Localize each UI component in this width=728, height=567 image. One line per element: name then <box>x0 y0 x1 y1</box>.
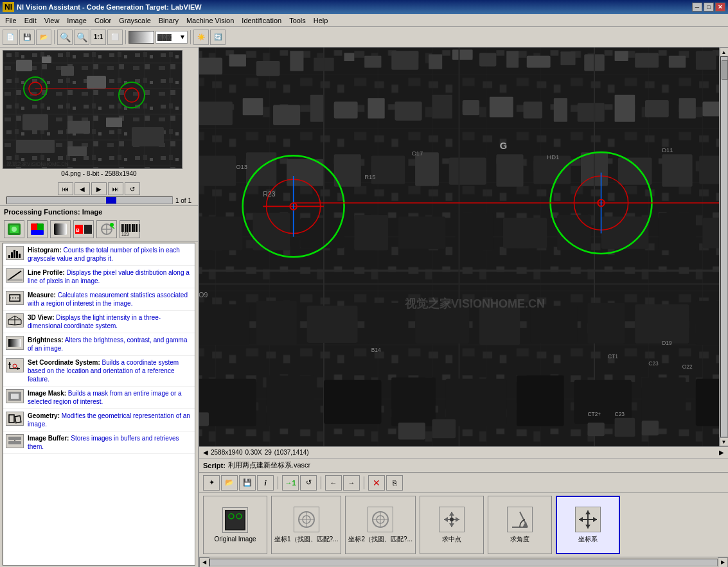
step-icon-midpoint <box>439 507 465 532</box>
hscroll-left-button[interactable]: ◀ <box>199 557 209 568</box>
svg-rect-118 <box>669 56 686 68</box>
toolbar-zoom-fit[interactable]: 1:1 <box>91 30 106 45</box>
toolbar-tool2[interactable]: 🔄 <box>210 30 226 45</box>
func-icon-binary[interactable]: B <box>73 220 94 238</box>
svg-rect-22 <box>132 127 164 146</box>
step-coord-system[interactable]: 坐标系 <box>556 496 620 554</box>
svg-rect-169 <box>368 303 405 344</box>
menu-color[interactable]: Color <box>91 15 115 26</box>
func-icon-grayscale[interactable] <box>50 220 71 238</box>
svg-point-239 <box>450 518 454 521</box>
step-angle[interactable]: 求角度 <box>488 496 552 554</box>
nav-slider[interactable] <box>6 196 173 204</box>
script-btn-delete[interactable]: ✕ <box>368 475 385 491</box>
func-icon-tools[interactable] <box>96 220 117 238</box>
svg-rect-53 <box>138 224 138 232</box>
toolbar-new[interactable]: 📄 <box>3 30 18 45</box>
hscroll-track[interactable] <box>209 559 718 566</box>
script-btn-forward[interactable]: → <box>343 475 360 491</box>
script-btn-refresh[interactable]: ↺ <box>300 475 317 491</box>
nav-first[interactable]: ⏮ <box>58 182 73 195</box>
vscroll-up-button[interactable]: ▲ <box>720 48 729 57</box>
func-histogram[interactable]: Histogram: Counts the total number of pi… <box>3 243 195 266</box>
close-button[interactable]: ✕ <box>715 3 725 12</box>
func-set-coord-text: Set Coordinate System: Builds a coordina… <box>28 358 192 383</box>
image-viewport[interactable]: R23 O13 R15 C17 G HD1 D11 R4 O9 B14 D19 … <box>199 48 719 446</box>
menu-edit[interactable]: Edit <box>21 15 40 26</box>
toolbar-color-dropdown[interactable]: ▓▓▓ ▼ <box>155 31 188 44</box>
toolbar-open-folder[interactable]: 📂 <box>36 30 51 45</box>
func-set-coord-system[interactable]: Set Coordinate System: Builds a coordina… <box>3 356 195 387</box>
vscroll-thumb[interactable] <box>722 60 728 80</box>
menu-identification[interactable]: Identification <box>238 15 285 26</box>
script-btn-save[interactable]: 💾 <box>239 475 256 491</box>
script-btn-new[interactable]: ✦ <box>203 475 220 491</box>
func-image-buffer[interactable]: Image Buffer: Stores images in buffers a… <box>3 432 195 454</box>
toolbar-zoom-in[interactable]: 🔍 <box>74 30 89 45</box>
menu-grayscale[interactable]: Grayscale <box>115 15 155 26</box>
bottom-scroll: ◀ ▶ <box>199 557 728 567</box>
svg-rect-126 <box>395 101 422 120</box>
func-line-profile-text: Line Profile: Displays the pixel value d… <box>28 268 192 285</box>
maximize-button[interactable]: □ <box>704 3 714 12</box>
func-measure[interactable]: Measure: Calculates measurement statisti… <box>3 288 195 311</box>
function-list: Histogram: Counts the total number of pi… <box>3 243 195 566</box>
svg-rect-24 <box>67 146 87 156</box>
svg-text:R15: R15 <box>364 173 375 180</box>
svg-rect-104 <box>290 51 303 71</box>
func-icon-barcode[interactable]: 123 <box>120 220 140 238</box>
toolbar-zoom-select[interactable]: ⬜ <box>107 30 123 45</box>
script-btn-back[interactable]: ← <box>325 475 342 491</box>
script-btn-run-1[interactable]: →1 <box>282 475 299 491</box>
toolbar-save[interactable]: 💾 <box>19 30 35 45</box>
toolbar-zoom-out[interactable]: 🔍 <box>57 30 73 45</box>
step-coord2[interactable]: 坐标2（找圆、匹配?... <box>345 496 415 554</box>
nav-last[interactable]: ⏭ <box>108 182 123 195</box>
right-scrollbar[interactable]: ▲ ▼ <box>719 48 728 446</box>
svg-rect-88 <box>8 441 21 444</box>
vscroll-track[interactable] <box>720 57 728 437</box>
menu-image[interactable]: Image <box>63 15 91 26</box>
status-scroll-left[interactable]: ◀ <box>203 449 208 456</box>
step-icon-original <box>222 507 248 533</box>
menu-binary[interactable]: Binary <box>155 15 182 26</box>
func-brightness[interactable]: Brightness: Alters the brightness, contr… <box>3 333 195 356</box>
svg-rect-49 <box>130 224 131 232</box>
func-line-profile[interactable]: Line Profile: Displays the pixel value d… <box>3 266 195 288</box>
step-coord1[interactable]: 坐标1（找圆、匹配?... <box>271 496 341 554</box>
titlebar-left: NI NI Vision Assistant - Code Generation… <box>3 2 202 12</box>
nav-slider-thumb[interactable] <box>106 197 116 204</box>
nav-prev[interactable]: ◀ <box>75 182 90 195</box>
vscroll-down-button[interactable]: ▼ <box>720 437 729 446</box>
script-btn-open[interactable]: 📂 <box>221 475 238 491</box>
func-icon-image[interactable] <box>4 220 24 238</box>
minimize-button[interactable]: ─ <box>692 3 702 12</box>
nav-refresh[interactable]: ↺ <box>125 182 140 195</box>
titlebar-controls[interactable]: ─ □ ✕ <box>692 3 725 12</box>
menu-machine-vision[interactable]: Machine Vision <box>182 15 238 26</box>
menu-tools[interactable]: Tools <box>285 15 310 26</box>
script-btn-copy[interactable]: ⎘ <box>386 475 403 491</box>
step-label-angle: 求角度 <box>510 535 529 544</box>
menu-help[interactable]: Help <box>310 15 332 26</box>
script-btn-info[interactable]: i <box>257 475 274 491</box>
svg-rect-170 <box>415 304 469 344</box>
menu-view[interactable]: View <box>40 15 64 26</box>
menu-file[interactable]: File <box>1 15 21 26</box>
status-scroll-right[interactable]: ▶ <box>719 449 724 456</box>
toolbar-sun[interactable]: ☀️ <box>193 30 209 45</box>
svg-rect-159 <box>659 213 696 250</box>
svg-rect-128 <box>463 100 479 115</box>
nav-next[interactable]: ▶ <box>91 182 107 195</box>
hscroll-right-button[interactable]: ▶ <box>718 557 728 568</box>
svg-rect-122 <box>273 105 300 125</box>
script-sep2 <box>321 476 321 489</box>
func-image-mask[interactable]: Image Mask: Builds a mask from an entire… <box>3 387 195 409</box>
status-image-size: 2588x1940 <box>211 449 243 456</box>
func-geometry[interactable]: Geometry: Modifies the geometrical repre… <box>3 409 195 432</box>
step-original-image[interactable]: Original Image <box>203 496 267 554</box>
step-midpoint[interactable]: 求中点 <box>420 496 484 554</box>
script-toolbar: ✦ 📂 💾 i →1 ↺ ← → ✕ ⎘ <box>199 472 728 493</box>
func-icon-color[interactable] <box>27 220 48 238</box>
func-3d-view[interactable]: 3D View: Displays the light intensity in… <box>3 311 195 333</box>
